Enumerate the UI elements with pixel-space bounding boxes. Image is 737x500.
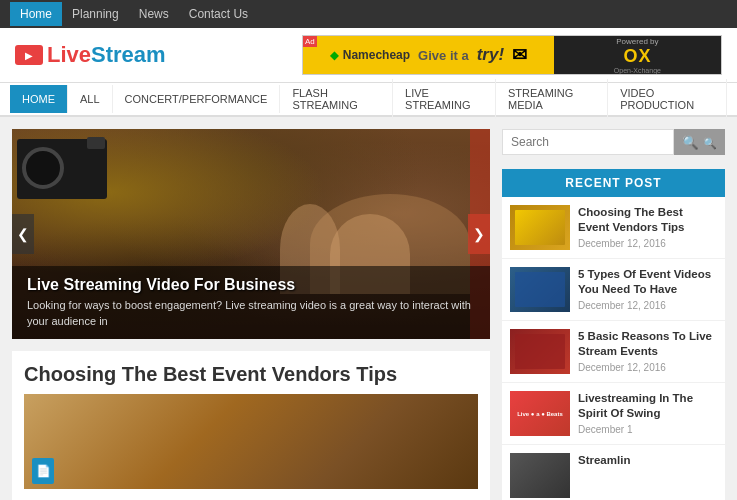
banner-namecheap: ◆ Namecheap Give it a try! ✉ bbox=[303, 36, 554, 74]
recent-post-item[interactable]: Choosing The Best Event Vendors Tips Dec… bbox=[502, 197, 725, 259]
cat-nav-flash[interactable]: FLASH STREAMING bbox=[280, 79, 393, 119]
search-input[interactable] bbox=[502, 129, 674, 155]
top-nav-home[interactable]: Home bbox=[10, 2, 62, 26]
slider-title: Live Streaming Video For Business bbox=[27, 276, 475, 294]
namecheap-logo: ◆ bbox=[330, 49, 338, 62]
slider-overlay: Live Streaming Video For Business Lookin… bbox=[12, 266, 490, 339]
article-thumb-icon bbox=[32, 458, 54, 484]
recent-post-item[interactable]: 5 Types Of Event Videos You Need To Have… bbox=[502, 259, 725, 321]
recent-post-date: December 12, 2016 bbox=[578, 300, 717, 311]
site-header: LiveStream Ad ◆ Namecheap Give it a try!… bbox=[0, 28, 737, 83]
recent-post-thumbnail: Live ● a ● Beats bbox=[510, 391, 570, 436]
recent-post-thumbnail bbox=[510, 453, 570, 498]
recent-post-info: Streamlin bbox=[578, 453, 717, 471]
recent-post-thumbnail bbox=[510, 205, 570, 250]
recent-post-item[interactable]: Streamlin bbox=[502, 445, 725, 500]
logo-icon bbox=[15, 45, 43, 65]
logo-text: LiveStream bbox=[47, 42, 166, 68]
recent-post-thumbnail bbox=[510, 267, 570, 312]
ox-brand: OX bbox=[623, 46, 651, 67]
slider-description: Looking for ways to boost engagement? Li… bbox=[27, 298, 475, 329]
recent-post-item[interactable]: Live ● a ● Beats Livestreaming In The Sp… bbox=[502, 383, 725, 445]
recent-post-widget: RECENT POST Choosing The Best Event Vend… bbox=[502, 169, 725, 500]
cat-nav-all[interactable]: ALL bbox=[68, 85, 113, 113]
recent-post-info: 5 Basic Reasons To Live Stream Events De… bbox=[578, 329, 717, 373]
cat-nav-home[interactable]: HOME bbox=[10, 85, 68, 113]
search-icon: 🔍 bbox=[682, 135, 699, 150]
top-nav-contact[interactable]: Contact Us bbox=[179, 2, 258, 26]
cat-nav-concert[interactable]: CONCERT/PERFORMANCE bbox=[113, 85, 281, 113]
recent-post-info: Livestreaming In The Spirit Of Swing Dec… bbox=[578, 391, 717, 435]
recent-post-info: Choosing The Best Event Vendors Tips Dec… bbox=[578, 205, 717, 249]
top-nav-planning[interactable]: Planning bbox=[62, 2, 129, 26]
recent-post-header: RECENT POST bbox=[502, 169, 725, 197]
top-navigation: Home Planning News Contact Us bbox=[0, 0, 737, 28]
namecheap-label: Namecheap bbox=[343, 48, 410, 62]
cat-nav-live[interactable]: LIVE STREAMING bbox=[393, 79, 496, 119]
right-column: 🔍 RECENT POST Choosing The Best Event Ve… bbox=[490, 129, 725, 500]
top-nav-news[interactable]: News bbox=[129, 2, 179, 26]
powered-by-text: Powered by bbox=[616, 37, 658, 46]
recent-post-date: December 12, 2016 bbox=[578, 238, 717, 249]
recent-post-item[interactable]: 5 Basic Reasons To Live Stream Events De… bbox=[502, 321, 725, 383]
banner-ox: Powered by OX Open-Xchange bbox=[554, 36, 721, 74]
recent-post-info: 5 Types Of Event Videos You Need To Have… bbox=[578, 267, 717, 311]
cat-nav-streaming[interactable]: STREAMING MEDIA bbox=[496, 79, 608, 119]
try-text: try! bbox=[477, 45, 504, 65]
recent-post-title[interactable]: 5 Basic Reasons To Live Stream Events bbox=[578, 329, 717, 359]
left-column: ❮ ❯ Live Streaming Video For Business Lo… bbox=[12, 129, 490, 500]
site-logo[interactable]: LiveStream bbox=[15, 42, 166, 68]
advertisement-banner[interactable]: Ad ◆ Namecheap Give it a try! ✉ Powered … bbox=[302, 35, 722, 75]
article-card: Choosing The Best Event Vendors Tips bbox=[12, 351, 490, 500]
recent-post-date: December 1 bbox=[578, 424, 717, 435]
ad-label: Ad bbox=[303, 36, 317, 47]
slider-arrow-right[interactable]: ❯ bbox=[468, 214, 490, 254]
search-box: 🔍 bbox=[502, 129, 725, 155]
article-thumbnail bbox=[24, 394, 478, 489]
banner-inner: ◆ Namecheap Give it a try! ✉ Powered by … bbox=[303, 36, 721, 74]
hero-slider: ❮ ❯ Live Streaming Video For Business Lo… bbox=[12, 129, 490, 339]
recent-thumb-text: Live ● a ● Beats bbox=[515, 409, 565, 419]
slider-arrow-left[interactable]: ❮ bbox=[12, 214, 34, 254]
cat-nav-video[interactable]: VIDEO PRODUCTION bbox=[608, 79, 727, 119]
recent-post-title[interactable]: 5 Types Of Event Videos You Need To Have bbox=[578, 267, 717, 297]
recent-post-title[interactable]: Livestreaming In The Spirit Of Swing bbox=[578, 391, 717, 421]
recent-post-title[interactable]: Choosing The Best Event Vendors Tips bbox=[578, 205, 717, 235]
main-content: ❮ ❯ Live Streaming Video For Business Lo… bbox=[0, 117, 737, 500]
category-navigation: HOME ALL CONCERT/PERFORMANCE FLASH STREA… bbox=[0, 83, 737, 117]
recent-post-title[interactable]: Streamlin bbox=[578, 453, 717, 468]
ox-full-name: Open-Xchange bbox=[614, 67, 661, 74]
article-title[interactable]: Choosing The Best Event Vendors Tips bbox=[24, 363, 478, 386]
camera-top bbox=[87, 137, 105, 149]
recent-post-thumbnail bbox=[510, 329, 570, 374]
right-col-wrapper: 🔍 RECENT POST Choosing The Best Event Ve… bbox=[502, 129, 725, 500]
search-button[interactable]: 🔍 bbox=[674, 129, 725, 155]
recent-post-date: December 12, 2016 bbox=[578, 362, 717, 373]
give-it-a-text: Give it a bbox=[418, 48, 469, 63]
email-icon: ✉ bbox=[512, 44, 527, 66]
camera-lens bbox=[22, 147, 64, 189]
